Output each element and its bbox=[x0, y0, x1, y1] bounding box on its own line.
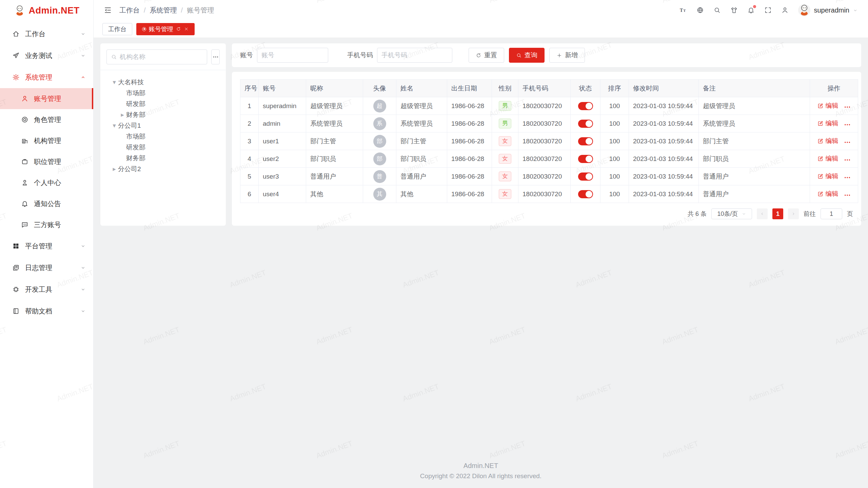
sidebar-item-platform-mgmt[interactable]: 平台管理 bbox=[0, 235, 93, 257]
breadcrumb-item[interactable]: 系统管理 bbox=[150, 6, 177, 15]
search-icon[interactable] bbox=[713, 6, 721, 14]
edit-button[interactable]: 编辑 bbox=[817, 189, 839, 198]
cell-seq: 6 bbox=[240, 185, 259, 203]
cell-nickname: 超级管理员 bbox=[306, 97, 363, 115]
goto-page-input[interactable] bbox=[821, 208, 842, 219]
chevron-down-icon bbox=[853, 8, 858, 13]
row-more-button[interactable] bbox=[844, 174, 851, 181]
phone-input[interactable] bbox=[377, 48, 452, 63]
edit-button[interactable]: 编辑 bbox=[817, 101, 839, 110]
row-more-button[interactable] bbox=[844, 121, 851, 128]
tab-workbench[interactable]: 工作台 bbox=[102, 23, 132, 35]
language-icon[interactable] bbox=[696, 6, 704, 14]
tab-account-mgmt[interactable]: 账号管理 bbox=[136, 23, 195, 35]
sidebar-item-label: 工作台 bbox=[25, 29, 80, 39]
sidebar-subitem-personal-center[interactable]: 个人中心 bbox=[0, 172, 93, 193]
column-header: 性别 bbox=[492, 80, 518, 97]
main-area: 工作台/系统管理/账号管理 TTsuperadmin 工作台 账号管理 bbox=[94, 0, 868, 488]
tree-node-label: 研发部 bbox=[126, 143, 145, 152]
gender-badge: 女 bbox=[499, 189, 511, 199]
cell-phone: 18020030720 bbox=[518, 168, 571, 185]
status-toggle[interactable] bbox=[578, 137, 593, 145]
close-tab-icon[interactable] bbox=[184, 26, 189, 32]
edit-icon bbox=[817, 173, 824, 179]
sidebar-item-log-mgmt[interactable]: 日志管理 bbox=[0, 257, 93, 279]
reset-button[interactable]: 重置 bbox=[469, 48, 504, 63]
edit-button[interactable]: 编辑 bbox=[817, 137, 839, 145]
user-avatar: 普 bbox=[373, 170, 386, 183]
tree-node[interactable]: 研发部 bbox=[106, 99, 220, 109]
breadcrumb-item[interactable]: 工作台 bbox=[119, 6, 140, 15]
breadcrumb-item[interactable]: 账号管理 bbox=[187, 6, 214, 15]
refresh-tab-icon[interactable] bbox=[176, 26, 181, 32]
sidebar-subitem-account-mgmt[interactable]: 账号管理 bbox=[0, 88, 93, 109]
caret-open-icon[interactable]: ▼ bbox=[111, 80, 118, 85]
notification-icon[interactable] bbox=[747, 6, 755, 14]
status-toggle[interactable] bbox=[578, 120, 593, 128]
tree-node[interactable]: ▶财务部 bbox=[106, 109, 220, 120]
position-icon bbox=[21, 158, 28, 165]
tree-node[interactable]: ▶分公司2 bbox=[106, 164, 220, 175]
sidebar-item-system-mgmt[interactable]: 系统管理 bbox=[0, 66, 93, 88]
sidebar-subitem-label: 机构管理 bbox=[34, 136, 86, 145]
tree-node[interactable]: 财务部 bbox=[106, 153, 220, 164]
sidebar-item-workbench[interactable]: 工作台 bbox=[0, 23, 93, 45]
profile-icon[interactable] bbox=[781, 6, 789, 14]
sidebar-item-business-test[interactable]: 业务测试 bbox=[0, 45, 93, 66]
more-icon bbox=[213, 54, 219, 60]
next-page-button[interactable] bbox=[788, 208, 799, 219]
page-size-select[interactable]: 10条/页 bbox=[711, 208, 752, 219]
prev-page-button[interactable] bbox=[757, 208, 768, 219]
username: superadmin bbox=[814, 6, 849, 14]
caret-closed-icon[interactable]: ▶ bbox=[119, 113, 126, 117]
status-toggle[interactable] bbox=[578, 190, 593, 198]
page-1-button[interactable]: 1 bbox=[772, 208, 783, 219]
table-row: 6user4其他其其他1986-06-28女180200307201002023… bbox=[240, 185, 858, 203]
query-button[interactable]: 查询 bbox=[509, 48, 545, 63]
row-more-button[interactable] bbox=[844, 104, 851, 110]
sidebar-item-dev-tools[interactable]: 开发工具 bbox=[0, 279, 93, 300]
bell-icon bbox=[21, 200, 28, 207]
edit-label: 编辑 bbox=[826, 119, 839, 128]
sidebar-subitem-notice[interactable]: 通知公告 bbox=[0, 193, 93, 214]
column-header: 头像 bbox=[363, 80, 396, 97]
status-toggle[interactable] bbox=[578, 172, 593, 181]
table-row: 4user2部门职员部部门职员1986-06-28女18020030720100… bbox=[240, 150, 858, 168]
sidebar-subitem-role-mgmt[interactable]: 角色管理 bbox=[0, 109, 93, 130]
edit-button[interactable]: 编辑 bbox=[817, 119, 839, 128]
book-icon bbox=[12, 307, 20, 315]
sidebar-subitem-third-party-account[interactable]: 三方账号 bbox=[0, 214, 93, 235]
row-more-button[interactable] bbox=[844, 139, 851, 146]
cell-name: 系统管理员 bbox=[396, 115, 447, 133]
tree-node[interactable]: ▼大名科技 bbox=[106, 77, 220, 88]
status-toggle[interactable] bbox=[578, 102, 593, 110]
sidebar-item-help-docs[interactable]: 帮助文档 bbox=[0, 300, 93, 322]
theme-icon[interactable] bbox=[730, 6, 738, 14]
user-menu[interactable]: superadmin bbox=[798, 4, 858, 16]
sidebar-subitem-position-mgmt[interactable]: 职位管理 bbox=[0, 151, 93, 172]
tree-node[interactable]: 研发部 bbox=[106, 142, 220, 153]
menu-fold-icon[interactable] bbox=[104, 6, 112, 14]
tree-node[interactable]: 市场部 bbox=[106, 131, 220, 142]
sidebar-subitem-org-mgmt[interactable]: 机构管理 bbox=[0, 130, 93, 151]
row-more-button[interactable] bbox=[844, 157, 851, 163]
org-search-box bbox=[106, 49, 207, 64]
status-toggle[interactable] bbox=[578, 155, 593, 163]
tree-more-button[interactable] bbox=[211, 49, 220, 64]
tree-node[interactable]: ▼分公司1 bbox=[106, 120, 220, 131]
row-more-button[interactable] bbox=[844, 192, 851, 199]
font-size-icon[interactable]: TT bbox=[679, 6, 687, 14]
fullscreen-icon[interactable] bbox=[764, 6, 772, 14]
account-input[interactable] bbox=[257, 48, 328, 63]
add-button[interactable]: 新增 bbox=[549, 48, 585, 63]
edit-button[interactable]: 编辑 bbox=[817, 172, 839, 181]
edit-label: 编辑 bbox=[826, 137, 839, 145]
cell-name: 超级管理员 bbox=[396, 97, 447, 115]
edit-button[interactable]: 编辑 bbox=[817, 154, 839, 163]
org-search-input[interactable] bbox=[120, 53, 203, 61]
cell-note: 超级管理员 bbox=[699, 97, 810, 115]
tree-node[interactable]: 市场部 bbox=[106, 88, 220, 99]
breadcrumb-separator: / bbox=[181, 6, 183, 14]
caret-open-icon[interactable]: ▼ bbox=[111, 123, 118, 128]
caret-closed-icon[interactable]: ▶ bbox=[111, 167, 118, 171]
